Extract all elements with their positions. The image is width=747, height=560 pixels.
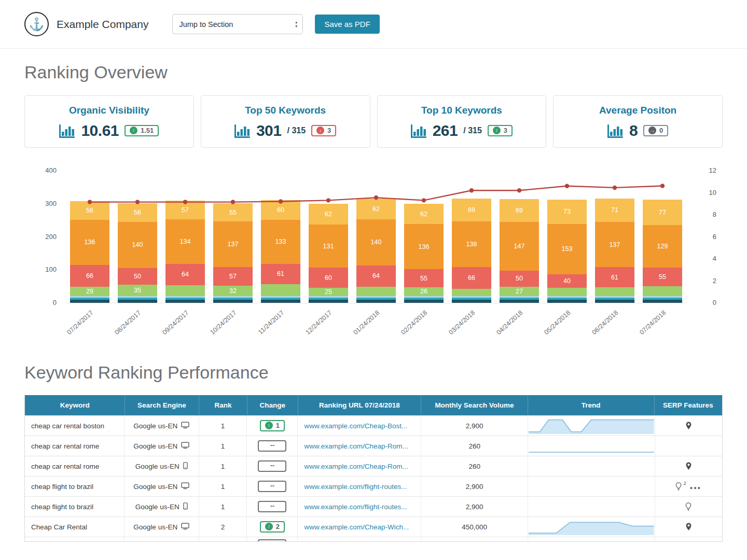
column-header: Keyword [25, 396, 125, 415]
bar-segment: 57 [213, 267, 252, 286]
desktop-icon [181, 482, 189, 491]
bar-segment: 35 [118, 285, 157, 296]
x-axis-label: 03/24/2018 [436, 309, 477, 346]
bar-segment: 140 [356, 219, 395, 265]
ranking-url-link[interactable]: www.example.com/Cheap-Rom... [304, 463, 408, 470]
change-badge: ↑1 [260, 420, 285, 431]
ranking-url-link[interactable]: www.example.com/Cheap-Wich... [304, 523, 409, 531]
volume-cell: 260 [421, 456, 528, 476]
desktop-icon [181, 422, 189, 430]
change-cell: -- [246, 537, 297, 541]
rank-cell: 1 [199, 497, 247, 516]
bar-segment: 32 [213, 286, 252, 296]
url-cell: www.example.com/Cheap-Rom... [297, 456, 421, 476]
table-row: -- [25, 537, 722, 541]
ranking-url-link[interactable]: www.example.com/flight-routes... [304, 503, 407, 511]
x-axis-label: 12/24/2017 [293, 309, 334, 346]
bar-slot: 6414062 [352, 171, 400, 303]
table-row: cheap flight to brazilGoogle us-EN1--www… [25, 496, 722, 516]
table-header-row: KeywordSearch EngineRankChangeRanking UR… [25, 395, 722, 415]
serp-features-cell [655, 537, 722, 541]
bar-segment: 69 [500, 199, 538, 222]
no-change-badge: -- [258, 460, 286, 472]
stacked-bar: 256013162 [309, 171, 348, 303]
trend-cell [528, 497, 655, 516]
bar-slot: 355014056 [114, 171, 161, 303]
search-engine-label: Google us-EN [135, 463, 179, 470]
change-cell: -- [246, 436, 297, 456]
bar-segment [118, 300, 157, 303]
change-badge-value: 3 [504, 127, 507, 134]
bar-segment [404, 300, 443, 303]
url-cell: www.example.com/Cheap-Bost... [297, 416, 421, 436]
change-badge-value: 3 [327, 127, 331, 134]
bar-segment: 77 [643, 200, 682, 225]
trend-cell [528, 517, 655, 537]
trend-sparkline [529, 438, 654, 454]
bar-slot: 265513662 [400, 171, 448, 303]
jump-to-section-select[interactable]: Jump to Section [172, 14, 303, 34]
x-axis-label: 07/24/2017 [54, 309, 95, 346]
bar-segment: 40 [547, 274, 586, 288]
bar-segment [500, 300, 538, 303]
bar-segment [70, 300, 109, 303]
search-engine-label: Google us-EN [135, 503, 179, 511]
no-change-badge: -- [258, 481, 286, 492]
bar-segment [595, 300, 634, 303]
change-badge: ↑2 [260, 521, 285, 533]
bar-segment [547, 300, 586, 303]
bulb-icon [685, 502, 691, 511]
keyword-performance-title: Keyword Ranking Performance [24, 362, 723, 383]
volume-cell: 2,900 [421, 477, 528, 496]
bar-segment [452, 300, 491, 303]
lightbulb-icon [675, 482, 682, 491]
table-row: cheap flight to brazilGoogle us-EN1--www… [25, 476, 722, 496]
save-as-pdf-button[interactable]: Save as PDF [315, 15, 379, 34]
stacked-bar: 355014056 [118, 171, 157, 303]
stat-card-value: 301 [256, 122, 282, 139]
bar-segment: 55 [404, 269, 443, 287]
bar-segment: 153 [547, 224, 586, 275]
y-axis-left-label: 200 [29, 233, 57, 241]
change-cell: -- [246, 456, 297, 476]
x-axis-label: 05/24/2018 [532, 309, 572, 346]
bar-slot: 256013162 [305, 171, 352, 303]
x-axis-label: 06/24/2018 [579, 309, 620, 346]
more-options-icon[interactable]: ●●● [690, 485, 701, 491]
bar-slot: 6413457 [161, 171, 209, 303]
bar-chart-icon [411, 124, 427, 138]
keyword-cell: Cheap Car Rental [25, 517, 124, 537]
bar-slot: 6613869 [448, 171, 495, 303]
ranking-url-link[interactable]: www.example.com/flight-routes... [304, 483, 407, 491]
x-axis-label: 11/24/2017 [245, 309, 286, 346]
trend-cell [528, 477, 655, 496]
volume-cell: 260 [421, 436, 528, 456]
change-badge-value: 2 [276, 523, 280, 530]
column-header: Change [247, 396, 298, 415]
bar-segment: 60 [261, 200, 300, 220]
ranking-url-link[interactable]: www.example.com/Cheap-Rom... [304, 442, 408, 450]
trend-sparkline [529, 417, 654, 434]
bar-segment: 138 [452, 221, 491, 267]
stacked-bar: 4015373 [547, 171, 586, 303]
bar-segment: 133 [261, 220, 300, 264]
serp-features-cell [655, 517, 722, 537]
pin-icon [685, 523, 692, 531]
desktop-icon [181, 442, 189, 451]
ranking-url-link[interactable]: www.example.com/Cheap-Bost... [304, 422, 407, 430]
volume-cell: 2,900 [421, 497, 528, 516]
bar-segment: 60 [309, 268, 348, 287]
bar-segment: 66 [70, 265, 109, 287]
stat-card-total: / 315 [463, 126, 482, 135]
mobile-icon [183, 462, 188, 471]
change-cell: -- [246, 477, 297, 496]
bar-segment [165, 300, 204, 303]
stat-card: Organic Visibility10.61↑1.51 [24, 95, 194, 148]
bar-segment: 131 [309, 225, 348, 268]
keyword-cell: cheap flight to brazil [25, 497, 124, 516]
bar-segment: 29 [70, 287, 109, 296]
arrow-up-icon: ↑ [265, 422, 273, 429]
search-engine-label: Google us-EN [133, 523, 177, 531]
bar-segment: 140 [118, 222, 157, 268]
serp-features-cell [655, 416, 722, 436]
